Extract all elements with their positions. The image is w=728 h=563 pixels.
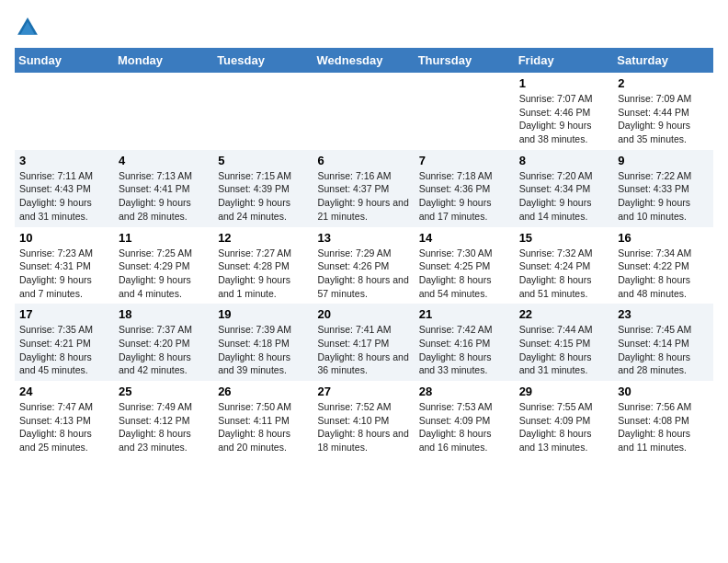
weekday-header-monday: Monday bbox=[114, 48, 213, 73]
day-number: 23 bbox=[618, 307, 709, 321]
day-number: 21 bbox=[419, 307, 510, 321]
calendar-week-row: 1Sunrise: 7:07 AMSunset: 4:46 PMDaylight… bbox=[15, 73, 713, 150]
weekday-header-saturday: Saturday bbox=[613, 48, 713, 73]
day-info: Sunrise: 7:44 AMSunset: 4:15 PMDaylight:… bbox=[519, 323, 609, 377]
calendar-cell bbox=[415, 73, 515, 150]
calendar-cell: 2Sunrise: 7:09 AMSunset: 4:44 PMDaylight… bbox=[613, 73, 713, 150]
day-number: 10 bbox=[19, 231, 109, 245]
calendar-cell: 13Sunrise: 7:29 AMSunset: 4:26 PMDayligh… bbox=[313, 227, 415, 304]
day-info: Sunrise: 7:37 AMSunset: 4:20 PMDaylight:… bbox=[119, 323, 209, 377]
calendar-cell: 16Sunrise: 7:34 AMSunset: 4:22 PMDayligh… bbox=[613, 227, 713, 304]
calendar-cell: 27Sunrise: 7:52 AMSunset: 4:10 PMDayligh… bbox=[313, 381, 415, 458]
day-info: Sunrise: 7:25 AMSunset: 4:29 PMDaylight:… bbox=[119, 247, 209, 301]
calendar-cell: 12Sunrise: 7:27 AMSunset: 4:28 PMDayligh… bbox=[213, 227, 313, 304]
weekday-header-thursday: Thursday bbox=[415, 48, 515, 73]
day-number: 25 bbox=[119, 385, 209, 398]
day-info: Sunrise: 7:49 AMSunset: 4:12 PMDaylight:… bbox=[119, 400, 209, 454]
day-info: Sunrise: 7:42 AMSunset: 4:16 PMDaylight:… bbox=[419, 323, 510, 377]
day-number: 19 bbox=[218, 307, 308, 321]
logo bbox=[15, 15, 44, 40]
calendar-cell bbox=[114, 73, 213, 150]
day-number: 14 bbox=[419, 231, 510, 245]
calendar-cell: 17Sunrise: 7:35 AMSunset: 4:21 PMDayligh… bbox=[15, 304, 114, 381]
day-number: 20 bbox=[318, 307, 410, 321]
day-number: 7 bbox=[419, 154, 510, 167]
day-info: Sunrise: 7:27 AMSunset: 4:28 PMDaylight:… bbox=[218, 247, 308, 301]
day-number: 16 bbox=[618, 231, 709, 245]
day-info: Sunrise: 7:41 AMSunset: 4:17 PMDaylight:… bbox=[318, 323, 410, 377]
day-info: Sunrise: 7:34 AMSunset: 4:22 PMDaylight:… bbox=[618, 247, 709, 301]
day-info: Sunrise: 7:52 AMSunset: 4:10 PMDaylight:… bbox=[318, 400, 410, 454]
day-number: 15 bbox=[519, 231, 609, 245]
day-number: 30 bbox=[618, 385, 709, 398]
day-info: Sunrise: 7:32 AMSunset: 4:24 PMDaylight:… bbox=[519, 247, 609, 301]
calendar-week-row: 3Sunrise: 7:11 AMSunset: 4:43 PMDaylight… bbox=[15, 150, 713, 227]
day-info: Sunrise: 7:07 AMSunset: 4:46 PMDaylight:… bbox=[519, 92, 609, 146]
day-number: 18 bbox=[119, 307, 209, 321]
day-number: 28 bbox=[419, 385, 510, 398]
calendar-cell: 8Sunrise: 7:20 AMSunset: 4:34 PMDaylight… bbox=[515, 150, 614, 227]
calendar-cell bbox=[15, 73, 114, 150]
header-area bbox=[15, 15, 713, 40]
day-info: Sunrise: 7:11 AMSunset: 4:43 PMDaylight:… bbox=[19, 169, 109, 224]
calendar-cell: 1Sunrise: 7:07 AMSunset: 4:46 PMDaylight… bbox=[515, 73, 614, 150]
calendar-cell: 11Sunrise: 7:25 AMSunset: 4:29 PMDayligh… bbox=[114, 227, 213, 304]
calendar-cell: 28Sunrise: 7:53 AMSunset: 4:09 PMDayligh… bbox=[415, 381, 515, 458]
day-info: Sunrise: 7:29 AMSunset: 4:26 PMDaylight:… bbox=[318, 247, 410, 301]
day-number: 22 bbox=[519, 307, 609, 321]
calendar-cell: 10Sunrise: 7:23 AMSunset: 4:31 PMDayligh… bbox=[15, 227, 114, 304]
calendar-cell: 29Sunrise: 7:55 AMSunset: 4:09 PMDayligh… bbox=[515, 381, 614, 458]
day-info: Sunrise: 7:20 AMSunset: 4:34 PMDaylight:… bbox=[519, 169, 609, 224]
day-number: 4 bbox=[119, 154, 209, 167]
day-number: 13 bbox=[318, 231, 410, 245]
day-info: Sunrise: 7:39 AMSunset: 4:18 PMDaylight:… bbox=[218, 323, 308, 377]
day-number: 29 bbox=[519, 385, 609, 398]
day-info: Sunrise: 7:16 AMSunset: 4:37 PMDaylight:… bbox=[318, 169, 410, 224]
day-number: 17 bbox=[19, 307, 109, 321]
day-number: 11 bbox=[119, 231, 209, 245]
day-number: 26 bbox=[218, 385, 308, 398]
day-number: 1 bbox=[519, 76, 609, 90]
logo-icon bbox=[15, 15, 40, 40]
day-number: 27 bbox=[318, 385, 410, 398]
calendar-cell: 24Sunrise: 7:47 AMSunset: 4:13 PMDayligh… bbox=[15, 381, 114, 458]
day-number: 8 bbox=[519, 154, 609, 167]
calendar-cell: 20Sunrise: 7:41 AMSunset: 4:17 PMDayligh… bbox=[313, 304, 415, 381]
day-number: 6 bbox=[318, 154, 410, 167]
weekday-header-row: SundayMondayTuesdayWednesdayThursdayFrid… bbox=[15, 48, 713, 73]
calendar-cell: 15Sunrise: 7:32 AMSunset: 4:24 PMDayligh… bbox=[515, 227, 614, 304]
calendar-cell: 18Sunrise: 7:37 AMSunset: 4:20 PMDayligh… bbox=[114, 304, 213, 381]
day-info: Sunrise: 7:45 AMSunset: 4:14 PMDaylight:… bbox=[618, 323, 709, 377]
calendar-cell: 14Sunrise: 7:30 AMSunset: 4:25 PMDayligh… bbox=[415, 227, 515, 304]
day-number: 24 bbox=[19, 385, 109, 398]
day-number: 3 bbox=[19, 154, 109, 167]
day-number: 12 bbox=[218, 231, 308, 245]
day-info: Sunrise: 7:55 AMSunset: 4:09 PMDaylight:… bbox=[519, 400, 609, 454]
calendar-cell: 3Sunrise: 7:11 AMSunset: 4:43 PMDaylight… bbox=[15, 150, 114, 227]
weekday-header-sunday: Sunday bbox=[15, 48, 114, 73]
calendar-cell: 6Sunrise: 7:16 AMSunset: 4:37 PMDaylight… bbox=[313, 150, 415, 227]
calendar-cell: 25Sunrise: 7:49 AMSunset: 4:12 PMDayligh… bbox=[114, 381, 213, 458]
calendar-table: SundayMondayTuesdayWednesdayThursdayFrid… bbox=[15, 48, 713, 458]
day-info: Sunrise: 7:56 AMSunset: 4:08 PMDaylight:… bbox=[618, 400, 709, 454]
day-info: Sunrise: 7:15 AMSunset: 4:39 PMDaylight:… bbox=[218, 169, 308, 224]
calendar-week-row: 24Sunrise: 7:47 AMSunset: 4:13 PMDayligh… bbox=[15, 381, 713, 458]
day-info: Sunrise: 7:50 AMSunset: 4:11 PMDaylight:… bbox=[218, 400, 308, 454]
calendar-cell: 23Sunrise: 7:45 AMSunset: 4:14 PMDayligh… bbox=[613, 304, 713, 381]
day-info: Sunrise: 7:30 AMSunset: 4:25 PMDaylight:… bbox=[419, 247, 510, 301]
calendar-cell: 19Sunrise: 7:39 AMSunset: 4:18 PMDayligh… bbox=[213, 304, 313, 381]
calendar-cell bbox=[313, 73, 415, 150]
calendar-cell: 9Sunrise: 7:22 AMSunset: 4:33 PMDaylight… bbox=[613, 150, 713, 227]
calendar-cell: 5Sunrise: 7:15 AMSunset: 4:39 PMDaylight… bbox=[213, 150, 313, 227]
calendar-week-row: 17Sunrise: 7:35 AMSunset: 4:21 PMDayligh… bbox=[15, 304, 713, 381]
day-number: 2 bbox=[618, 76, 709, 90]
day-number: 5 bbox=[218, 154, 308, 167]
day-info: Sunrise: 7:53 AMSunset: 4:09 PMDaylight:… bbox=[419, 400, 510, 454]
calendar-cell: 22Sunrise: 7:44 AMSunset: 4:15 PMDayligh… bbox=[515, 304, 614, 381]
weekday-header-friday: Friday bbox=[515, 48, 614, 73]
calendar-cell: 7Sunrise: 7:18 AMSunset: 4:36 PMDaylight… bbox=[415, 150, 515, 227]
day-info: Sunrise: 7:47 AMSunset: 4:13 PMDaylight:… bbox=[19, 400, 109, 454]
day-number: 9 bbox=[618, 154, 709, 167]
calendar-cell: 30Sunrise: 7:56 AMSunset: 4:08 PMDayligh… bbox=[613, 381, 713, 458]
weekday-header-tuesday: Tuesday bbox=[213, 48, 313, 73]
